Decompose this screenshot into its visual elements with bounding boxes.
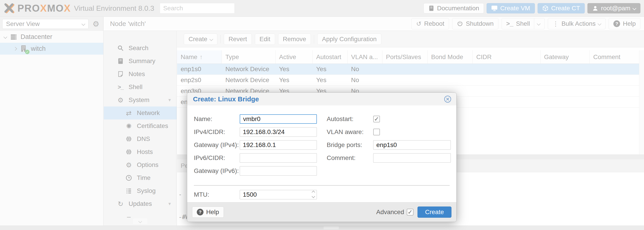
gateway-ipv4-field[interactable] (240, 140, 317, 150)
check-icon: ✓ (374, 116, 379, 123)
name-field[interactable] (240, 114, 317, 124)
bridge-ports-field[interactable] (373, 140, 451, 150)
dialog-header[interactable]: Create: Linux Bridge (187, 93, 456, 105)
question-icon: ? (197, 209, 204, 215)
gateway-ipv6-label: Gateway (IPv6): (194, 167, 240, 174)
check-icon: ✓ (408, 209, 412, 216)
create-linux-bridge-dialog: Create: Linux Bridge Name: IPv4/CIDR: Ga… (187, 92, 456, 222)
mtu-label: MTU: (194, 191, 240, 198)
autostart-label: Autostart: (327, 115, 373, 123)
gateway-ipv6-field[interactable] (240, 166, 317, 176)
close-icon[interactable] (444, 95, 452, 103)
dialog-help-button[interactable]: ?Help (192, 206, 224, 218)
ipv6-cidr-label: IPv6/CIDR: (194, 154, 240, 161)
advanced-label: Advanced (376, 208, 404, 216)
chevron-down-icon[interactable] (312, 195, 315, 198)
ipv6-cidr-field[interactable] (240, 153, 317, 163)
ipv4-cidr-label: IPv4/CIDR: (194, 128, 240, 136)
dialog-title: Create: Linux Bridge (193, 95, 259, 103)
comment-field[interactable] (373, 153, 451, 163)
gateway-ipv4-label: Gateway (IPv4): (194, 141, 240, 149)
comment-label: Comment: (327, 154, 373, 161)
dialog-body: Name: IPv4/CIDR: Gateway (IPv4): IPv6/CI… (187, 105, 456, 203)
mtu-stepper[interactable] (240, 190, 317, 199)
create-button[interactable]: Create (418, 206, 452, 218)
ipv4-cidr-field[interactable] (240, 127, 317, 137)
autostart-checkbox[interactable]: ✓ (373, 116, 380, 122)
advanced-checkbox[interactable]: ✓ (407, 209, 414, 215)
name-label: Name: (194, 115, 240, 123)
advanced-divider (194, 185, 450, 185)
dialog-footer: ?Help Advanced ✓ Create (187, 202, 456, 222)
bridge-ports-label: Bridge ports: (327, 141, 373, 149)
vlan-aware-checkbox[interactable] (373, 129, 380, 135)
stepper-arrows[interactable] (312, 191, 314, 197)
chevron-up-icon[interactable] (312, 191, 315, 194)
vlan-aware-label: VLAN aware: (327, 128, 373, 136)
